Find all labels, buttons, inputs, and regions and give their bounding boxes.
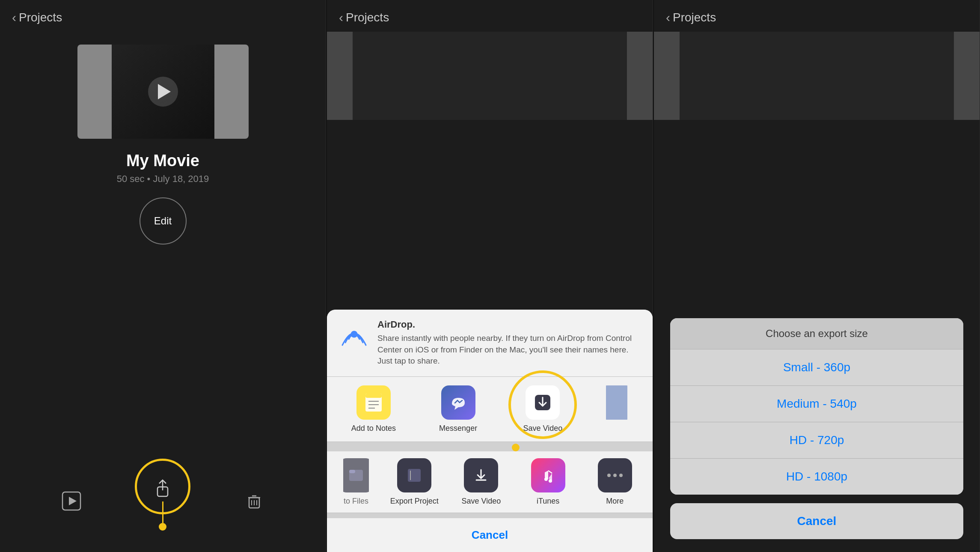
action-item-more[interactable]: More bbox=[594, 458, 636, 506]
svg-rect-12 bbox=[365, 394, 382, 398]
share-button[interactable] bbox=[150, 476, 175, 501]
svg-point-31 bbox=[613, 474, 617, 477]
export-option-hd1080[interactable]: HD - 1080p bbox=[670, 459, 963, 495]
chevron-left-icon: ‹ bbox=[12, 10, 16, 25]
share-button-wrapper bbox=[150, 471, 175, 531]
share-svg-icon bbox=[151, 477, 174, 500]
export-cancel-button[interactable]: Cancel bbox=[670, 503, 963, 539]
messenger-label: Messenger bbox=[439, 424, 477, 433]
files-svg-icon bbox=[348, 467, 364, 483]
notes-icon bbox=[356, 385, 391, 420]
edit-button-label: Edit bbox=[154, 215, 172, 227]
thumb-left bbox=[77, 45, 112, 139]
export-project-label: Export Project bbox=[390, 497, 439, 506]
export-option-small[interactable]: Small - 360p bbox=[670, 349, 963, 386]
export-project-icon bbox=[397, 458, 431, 492]
action-item-savevideo2[interactable]: Save Video bbox=[460, 458, 502, 506]
p2-content: AirDrop. Share instantly with people nea… bbox=[327, 32, 653, 552]
yellow-connector-line bbox=[162, 501, 163, 523]
export-sheet: Choose an export size Small - 360p Mediu… bbox=[670, 318, 963, 495]
more-svg-icon bbox=[607, 473, 623, 477]
action-item-files[interactable]: to Files bbox=[343, 458, 369, 506]
messenger-svg-icon bbox=[448, 392, 469, 413]
p3-vid-left bbox=[654, 26, 680, 120]
p1-toolbar bbox=[0, 463, 326, 552]
save-video-label: Save Video bbox=[523, 424, 563, 433]
app-row: Add to Notes Messenger bbox=[327, 377, 653, 442]
notes-svg-icon bbox=[363, 392, 384, 413]
save-video-box bbox=[526, 385, 560, 420]
svg-point-32 bbox=[619, 474, 623, 477]
chevron-left-icon-2: ‹ bbox=[339, 10, 343, 25]
app-item-extra[interactable] bbox=[606, 385, 627, 433]
more-label: More bbox=[606, 497, 624, 506]
svg-rect-20 bbox=[349, 470, 355, 473]
itunes-icon bbox=[531, 458, 565, 492]
airdrop-svg-icon bbox=[340, 320, 368, 348]
panel1-content: My Movie 50 sec • July 18, 2019 Edit bbox=[0, 32, 326, 463]
action-item-itunes[interactable]: iTunes bbox=[527, 458, 570, 506]
panel-2: ‹ Projects bbox=[327, 0, 653, 552]
itunes-svg-icon bbox=[540, 467, 556, 483]
nav-bar-2: ‹ Projects bbox=[327, 0, 653, 32]
itunes-label: iTunes bbox=[537, 497, 559, 506]
save-video-2-icon bbox=[464, 458, 498, 492]
save-video-2-label: Save Video bbox=[462, 497, 501, 506]
movie-meta: 50 sec • July 18, 2019 bbox=[117, 173, 209, 185]
files-icon bbox=[343, 458, 369, 492]
play-icon bbox=[148, 77, 178, 107]
play-svg-icon bbox=[62, 491, 81, 511]
save-video-wrapper: Save Video bbox=[521, 385, 564, 433]
p3-vid-right bbox=[954, 26, 980, 120]
action-item-export[interactable]: Export Project bbox=[393, 458, 436, 506]
airdrop-title: AirDrop. bbox=[377, 319, 641, 330]
trash-svg-icon bbox=[245, 492, 264, 510]
panel-1: ‹ Projects My Movie 50 sec • July 18, 20… bbox=[0, 0, 326, 552]
share-sheet: AirDrop. Share instantly with people nea… bbox=[327, 310, 653, 552]
back-button-3[interactable]: ‹ Projects bbox=[666, 10, 716, 25]
export-title: Choose an export size bbox=[670, 318, 963, 349]
play-triangle bbox=[158, 84, 171, 99]
svg-marker-27 bbox=[549, 473, 552, 480]
sv-connector-inner bbox=[512, 441, 520, 451]
p3-video-bg bbox=[654, 26, 980, 120]
app-item-messenger[interactable]: Messenger bbox=[437, 385, 480, 433]
airdrop-icon bbox=[339, 319, 369, 349]
yellow-connector-dot bbox=[159, 523, 166, 531]
back-label-1: Projects bbox=[19, 11, 62, 24]
p3-vid-center bbox=[680, 26, 954, 120]
movie-title: My Movie bbox=[126, 152, 199, 170]
svg-rect-21 bbox=[408, 469, 421, 482]
video-thumbnail[interactable] bbox=[77, 45, 249, 139]
messenger-icon bbox=[441, 385, 475, 420]
svg-point-30 bbox=[607, 474, 611, 477]
back-label-2: Projects bbox=[346, 11, 389, 24]
more-icon bbox=[598, 458, 632, 492]
sv-yellow-dot bbox=[512, 444, 520, 451]
play-toolbar-icon[interactable] bbox=[59, 488, 84, 514]
back-button-1[interactable]: ‹ Projects bbox=[12, 10, 62, 25]
svg-line-26 bbox=[548, 471, 552, 473]
back-button-2[interactable]: ‹ Projects bbox=[339, 10, 389, 25]
back-label-3: Projects bbox=[673, 11, 716, 24]
edit-button[interactable]: Edit bbox=[140, 197, 187, 245]
cancel-button-2[interactable]: Cancel bbox=[327, 518, 653, 552]
nav-bar-3: ‹ Projects bbox=[654, 0, 980, 32]
app-item-notes[interactable]: Add to Notes bbox=[352, 385, 395, 433]
chevron-left-icon-3: ‹ bbox=[666, 10, 670, 25]
svg-point-28 bbox=[544, 477, 548, 481]
trash-button[interactable] bbox=[241, 488, 267, 514]
export-option-hd720[interactable]: HD - 720p bbox=[670, 422, 963, 459]
airdrop-row: AirDrop. Share instantly with people nea… bbox=[327, 310, 653, 377]
export-svg-icon bbox=[406, 467, 422, 483]
panel-3: ‹ Projects Choose an export size Small -… bbox=[654, 0, 980, 552]
sv-connector bbox=[327, 441, 653, 451]
thumb-right bbox=[214, 45, 249, 139]
notes-label: Add to Notes bbox=[351, 424, 396, 433]
app-item-save-video[interactable]: Save Video bbox=[521, 385, 564, 433]
airdrop-desc: Share instantly with people nearby. If t… bbox=[377, 333, 641, 367]
svg-point-29 bbox=[549, 479, 552, 483]
files-label: to Files bbox=[344, 497, 368, 506]
thumb-center bbox=[112, 45, 214, 139]
export-option-medium[interactable]: Medium - 540p bbox=[670, 386, 963, 422]
